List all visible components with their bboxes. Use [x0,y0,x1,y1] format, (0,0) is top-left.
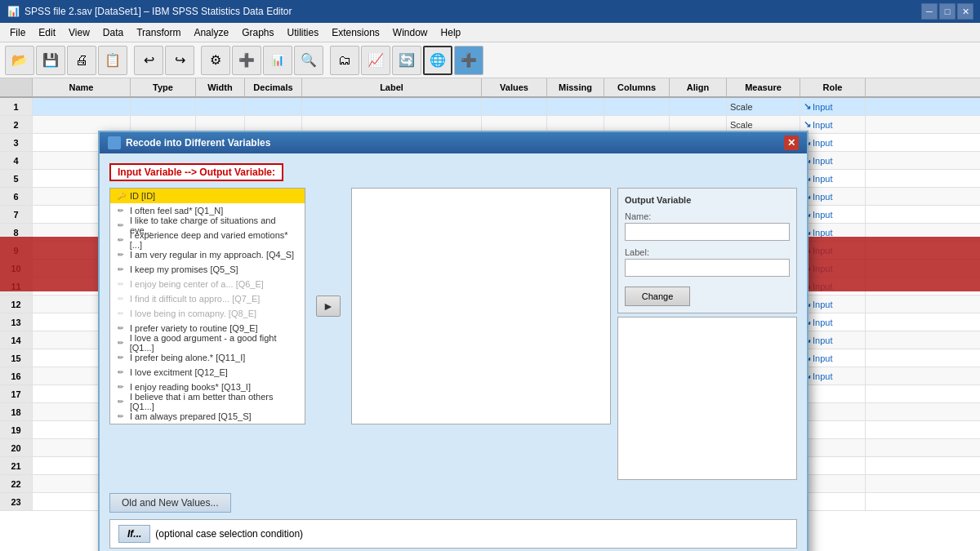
arrow-section: ► [312,188,345,424]
change-button[interactable]: Change [625,287,690,306]
list-item[interactable]: ✏I love excitment [Q12_E] [110,365,305,380]
row-number: 13 [0,313,33,331]
row-number: 22 [0,475,33,492]
output-display [617,317,797,480]
menu-utilities[interactable]: Utilities [280,25,325,40]
variable-icon: ✏ [115,265,127,273]
menu-graphs[interactable]: Graphs [235,25,280,40]
undo-button[interactable]: ↩ [134,46,163,75]
variable-icon: ✏ [115,295,127,303]
select-cases-button[interactable]: ➕ [454,46,483,75]
variables-button[interactable]: 📊 [263,46,292,75]
insert-variable-button[interactable]: 📈 [361,46,390,75]
goto-case-button[interactable]: ➕ [232,46,261,75]
menu-analyze[interactable]: Analyze [187,25,235,40]
redo-button[interactable]: ↪ [165,46,194,75]
header-measure: Measure [727,78,800,96]
insert-cases-button[interactable]: 🗂 [330,46,359,75]
if-button[interactable]: If... [118,525,150,543]
menu-extensions[interactable]: Extensions [325,25,386,40]
variable-label: I love being in comapny. [Q8_E] [130,309,256,318]
title-bar-text: SPSS file 2.sav [DataSet1] – IBM SPSS St… [24,6,921,17]
list-item[interactable]: ✏I love being in comapny. [Q8_E] [110,306,305,321]
list-item[interactable]: ✏I believe that i am better than others … [110,394,305,409]
role-label: Input [813,318,832,327]
cell-align [670,98,727,115]
row-number: 14 [0,331,33,349]
cell-role [800,439,866,456]
row-number: 18 [0,403,33,420]
dialog-recall-button[interactable]: 📋 [98,46,127,75]
menu-transform[interactable]: Transform [130,25,187,40]
grid-header: Name Type Width Decimals Label Values Mi… [0,78,980,98]
menu-view[interactable]: View [62,25,96,40]
list-item[interactable]: ✏I keep my promises [Q5_S] [110,262,305,277]
move-variable-button[interactable]: ► [316,295,341,317]
role-label: Input [813,335,832,345]
old-new-values-button[interactable]: Old and New Values... [109,493,231,513]
close-button[interactable]: ✕ [957,3,973,20]
role-label: Input [813,102,832,112]
variable-icon: 🔑 [115,192,127,200]
cell-columns [604,98,670,115]
open-button[interactable]: 📂 [5,46,34,75]
output-name-input[interactable] [625,223,790,241]
row-number: 4 [0,152,33,169]
list-item[interactable]: 🔑ID [ID] [110,189,305,203]
title-bar: 📊 SPSS file 2.sav [DataSet1] – IBM SPSS … [0,0,980,23]
header-columns: Columns [604,78,670,96]
output-label-input[interactable] [625,259,790,277]
variable-label: I find it difficult to appro... [Q7_E] [130,294,260,304]
cell-role [800,493,866,510]
find-button[interactable]: 🔍 [294,46,323,75]
menu-edit[interactable]: Edit [32,25,62,40]
list-item[interactable]: ✏I find it difficult to appro... [Q7_E] [110,291,305,306]
split-file-button[interactable]: 🔄 [392,46,421,75]
role-label: Input [813,174,832,184]
dialog-close-button[interactable]: ✕ [784,136,799,150]
menu-file[interactable]: File [3,25,32,40]
row-number: 15 [0,349,33,367]
cell-values [482,98,547,115]
list-item[interactable]: ✏I love a good argument - a good fight [… [110,335,305,350]
cell-missing [547,98,604,115]
cell-role: ↘Input [800,331,866,349]
variable-list-panel[interactable]: 🔑ID [ID]✏I often feel sad* [Q1_N]✏I like… [109,188,305,424]
menu-data[interactable]: Data [96,25,130,40]
dialog-icon [108,136,121,149]
menu-help[interactable]: Help [434,25,468,40]
cell-role: ↘Input [800,295,866,313]
title-bar-controls: ─ □ ✕ [921,3,973,20]
variable-label: I believe that i am better than others [… [130,392,300,411]
variable-label: I am very regular in my approach. [Q4_S] [130,250,294,260]
cell-name [33,98,131,115]
io-panel[interactable] [351,188,611,424]
cell-type [131,98,196,115]
cell-width [196,98,245,115]
if-condition-text: (optional case selection condition) [155,528,303,540]
weight-cases-button[interactable]: 🌐 [423,46,452,75]
list-item[interactable]: ✏I enjoy being center of a... [Q6_E] [110,277,305,291]
list-item[interactable]: ✏I am very regular in my approach. [Q4_S… [110,247,305,262]
header-name: Name [33,78,131,96]
minimize-button[interactable]: ─ [921,3,938,20]
variable-label: I often feel sad* [Q1_N] [130,206,223,216]
variable-label: I prefer variety to routine [Q9_E] [130,323,258,333]
role-label: Input [813,156,832,166]
variable-label: I experience deep and varied emotions* [… [130,230,300,250]
maximize-button[interactable]: □ [939,3,956,20]
list-item[interactable]: ✏I experience deep and varied emotions* … [110,233,305,247]
table-row[interactable]: 1 Scale ↘Input [0,98,980,116]
cell-role: ↘Input [800,116,866,133]
variable-icon: ✏ [115,251,127,259]
output-variable-group: Output Variable Name: Label: Change [617,188,797,313]
cell-role [800,457,866,474]
cell-role: ↘Input [800,206,866,223]
print-button[interactable]: 🖨 [67,46,96,75]
goto-variable-button[interactable]: ⚙ [201,46,230,75]
save-button[interactable]: 💾 [36,46,65,75]
menu-window[interactable]: Window [386,25,434,40]
header-width: Width [196,78,245,96]
header-label: Label [302,78,482,96]
dialog-title-bar: Recode into Different Variables ✕ [100,132,807,153]
